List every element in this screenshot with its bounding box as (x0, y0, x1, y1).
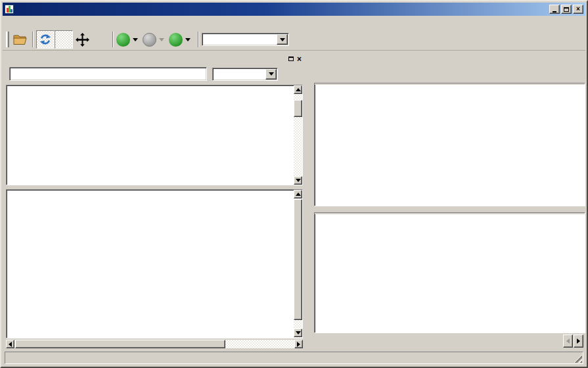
close-button[interactable]: × (573, 5, 583, 14)
forward-button (143, 33, 156, 47)
app-icon (5, 5, 14, 14)
vertical-splitter[interactable] (307, 53, 313, 350)
dock-close-button[interactable]: × (297, 55, 305, 63)
maximize-icon (564, 7, 569, 12)
back-dropdown-arrow[interactable] (133, 38, 138, 41)
combo-dropdown-button[interactable] (265, 69, 277, 80)
minimize-button[interactable] (549, 5, 560, 14)
dock-float-button[interactable] (287, 55, 295, 63)
scrollbar-thumb[interactable] (294, 199, 302, 320)
triangle-left-icon (9, 342, 12, 347)
back-button[interactable] (116, 33, 130, 47)
toolbar-handle[interactable] (6, 32, 9, 47)
horizontal-splitter[interactable] (314, 206, 585, 212)
close-icon: × (576, 6, 580, 12)
flat-profile-dock-titlebar[interactable]: × (5, 53, 305, 64)
up-button[interactable] (169, 33, 183, 47)
types-table (314, 83, 585, 206)
source-file-list (6, 85, 303, 185)
scroll-down-button[interactable] (294, 329, 302, 337)
float-icon (288, 57, 294, 61)
scrollbar-thumb[interactable] (15, 340, 225, 348)
triangle-down-icon (296, 331, 301, 334)
move-cross-icon (76, 33, 89, 47)
tab-scroll-left-button (563, 334, 573, 348)
open-folder-icon (13, 34, 28, 45)
toolbar-separator (112, 32, 114, 47)
resize-grip[interactable] (574, 354, 582, 363)
reload-button[interactable] (36, 30, 55, 49)
close-icon: × (297, 55, 305, 64)
tab-scroll-buttons (562, 334, 583, 348)
tab-scroll-right-button[interactable] (574, 334, 583, 348)
triangle-right-icon (297, 342, 300, 347)
detail-bottom-tabs (316, 334, 562, 349)
toolbar (3, 29, 585, 51)
triangle-left-icon (566, 338, 570, 344)
scroll-up-button[interactable] (294, 190, 302, 198)
combo-dropdown-button[interactable] (277, 34, 288, 45)
app-window: × (0, 0, 588, 368)
dock-move-button[interactable] (73, 30, 91, 49)
types-table-header (315, 83, 585, 85)
callees-table (314, 212, 585, 333)
scroll-right-button[interactable] (294, 340, 303, 348)
triangle-up-icon (296, 193, 301, 196)
up-dropdown-arrow[interactable] (185, 38, 191, 41)
triangle-right-icon (577, 338, 580, 344)
relative-percent-toggle[interactable] (55, 30, 73, 49)
scroll-left-button[interactable] (6, 340, 14, 348)
chevron-down-icon (269, 72, 274, 76)
menu-bar (3, 16, 585, 29)
maximize-button[interactable] (561, 5, 572, 14)
minimize-icon (553, 11, 556, 12)
status-bar (3, 350, 585, 365)
triangle-up-icon (296, 88, 301, 91)
chevron-down-icon (280, 38, 285, 41)
title-bar[interactable]: × (3, 3, 585, 16)
open-file-button[interactable] (11, 30, 30, 49)
swap-panes-button[interactable] (91, 30, 110, 49)
triangle-down-icon (296, 179, 301, 182)
refresh-icon (39, 33, 52, 46)
scrollbar-thumb[interactable] (294, 100, 302, 117)
function-list (6, 189, 303, 338)
toolbar-separator (32, 32, 34, 47)
search-input[interactable] (9, 67, 207, 81)
scroll-up-button[interactable] (294, 85, 302, 94)
toolbar-separator (198, 32, 199, 47)
selected-item-header (315, 55, 585, 66)
forward-dropdown-arrow (159, 38, 164, 41)
group-by-combo[interactable] (212, 68, 278, 81)
event-type-combo[interactable] (202, 33, 289, 46)
scroll-down-button[interactable] (294, 176, 302, 185)
callees-table-header (315, 213, 585, 214)
